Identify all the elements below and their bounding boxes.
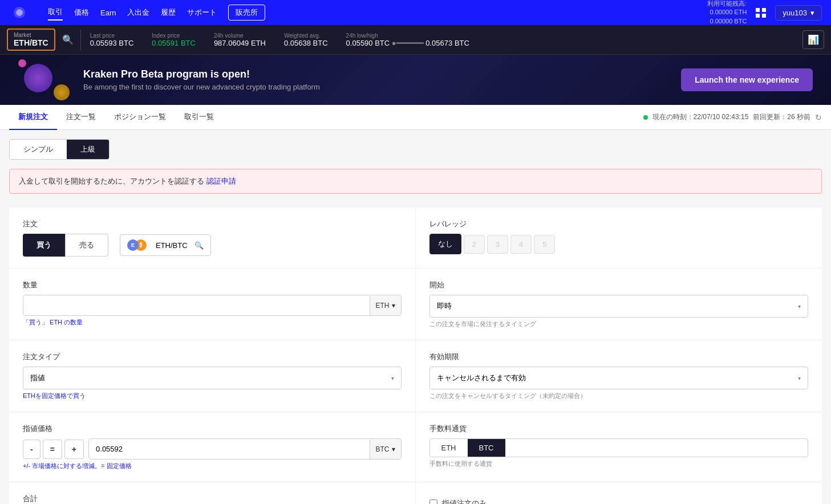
limit-price-input-wrapper: BTC ▾: [88, 438, 401, 460]
chart-button[interactable]: 📊: [802, 30, 824, 49]
start-select[interactable]: 即時 ▾: [429, 295, 809, 318]
nav-price[interactable]: 価格: [74, 5, 89, 20]
weighted-stat: Weighted avg. 0.05638 BTC: [284, 32, 328, 47]
current-time: 現在の時刻：22/07/10 02:43:15: [652, 112, 749, 122]
btc-balance: 0.00000 BTC: [707, 17, 747, 26]
tab-new-order[interactable]: 新規注文: [9, 105, 57, 130]
quantity-input[interactable]: [23, 295, 370, 315]
total-label: 合計: [23, 494, 402, 504]
user-button[interactable]: yuu103 ▾: [775, 5, 822, 21]
tabs-row: 新規注文 注文一覧 ポジション一覧 取引一覧 現在の時刻：22/07/10 02…: [0, 105, 831, 130]
pair-icons: E ₿: [127, 239, 147, 251]
limit-price-hint: +/- 市場価格に対する増減。= 固定価格: [23, 462, 402, 470]
start-hint: この注文を市場に発注するタイミング: [429, 320, 809, 328]
promo-mascot: [18, 59, 70, 100]
nav-deposit[interactable]: 入出金: [127, 5, 149, 20]
chevron-down-icon: ▾: [392, 302, 395, 310]
nav-links: 取引 価格 Earn 入出金 履歴 サポート 販売所: [48, 5, 694, 21]
chevron-down-icon: ▾: [798, 375, 801, 381]
price-plus-button[interactable]: +: [64, 440, 84, 459]
price-minus-button[interactable]: -: [23, 440, 40, 459]
chevron-down-icon: ▾: [392, 445, 395, 453]
username: yuu103: [783, 9, 807, 17]
last-update: 前回更新：26 秒前: [753, 112, 810, 122]
order-row-1: 注文 買う 売る E ₿ ETH/BTC 🔍: [9, 208, 822, 269]
weighted-value: 0.05638 BTC: [284, 39, 328, 47]
low-high-stat: 24h low/high 0.05590 BTC ●━━━━━━ 0.05673…: [346, 32, 469, 47]
grid-icon[interactable]: [756, 8, 766, 18]
mode-toggle: シンプル 上級: [9, 139, 110, 160]
nav-earn[interactable]: Earn: [100, 6, 116, 19]
limit-price-unit-button[interactable]: BTC ▾: [370, 440, 401, 459]
pair-search-icon[interactable]: 🔍: [194, 241, 204, 250]
leverage-4-button[interactable]: 4: [510, 235, 532, 254]
leverage-2-button[interactable]: 2: [464, 235, 485, 254]
expiry-right: 有効期限 キャンセルされるまで有効 ▾ この注文をキャンセルするタイミング（未約…: [416, 340, 822, 412]
leverage-5-button[interactable]: 5: [534, 235, 555, 254]
tab-order-list[interactable]: 注文一覧: [57, 105, 105, 130]
balance-label: 利用可能残高:: [707, 0, 747, 8]
quantity-hint: 「買う」 ETH の数量: [23, 318, 402, 327]
order-row-2: 数量 ETH ▾ 「買う」 ETH の数量 開始 即時 ▾ この注文を市場に発注…: [9, 269, 822, 340]
buy-sell-toggle: 買う 売る: [23, 234, 108, 257]
alert-link[interactable]: 認証申請: [206, 177, 236, 185]
advanced-mode-button[interactable]: 上級: [67, 140, 109, 159]
volume-value: 987.06049 ETH: [214, 39, 266, 47]
hanbaijo-button[interactable]: 販売所: [228, 5, 265, 21]
leverage-none-button[interactable]: なし: [429, 234, 461, 254]
expiry-select[interactable]: キャンセルされるまで有効 ▾: [429, 367, 809, 389]
checkboxes-right: 指値注文のみ レ、送ト確認ま: [416, 482, 822, 504]
alert-box: 入金して取引を開始するために、アカウントを認証する 認証申請: [9, 169, 822, 194]
tabs-right-info: 現在の時刻：22/07/10 02:43:15 前回更新：26 秒前 ↻: [643, 112, 822, 122]
fee-eth-button[interactable]: ETH: [430, 439, 468, 457]
nav-history[interactable]: 履歴: [161, 5, 176, 20]
limit-price-input[interactable]: [89, 439, 369, 459]
index-price-label: Index price: [152, 32, 196, 39]
market-stats: Last price 0.05593 BTC Index price 0.055…: [90, 32, 802, 47]
leverage-3-button[interactable]: 3: [487, 235, 508, 254]
market-text: Market: [14, 32, 48, 38]
chevron-down-icon: ▾: [798, 303, 801, 310]
logo: [9, 2, 30, 23]
nav-support[interactable]: サポート: [187, 5, 217, 20]
order-controls: 買う 売る E ₿ ETH/BTC 🔍: [23, 234, 402, 257]
order-row-4: 指値価格 - = + BTC ▾ +/- 市場価格に対: [9, 412, 822, 482]
sell-button[interactable]: 売る: [65, 234, 108, 257]
order-type-value: 指値: [30, 373, 45, 383]
pair-label: ETH/BTC: [156, 241, 188, 250]
quantity-label: 数量: [23, 280, 402, 290]
low-high-label: 24h low/high: [346, 32, 469, 39]
top-nav-right: 利用可能残高: 0.00000 ETH 0.00000 BTC yuu103 ▾: [707, 0, 822, 26]
leverage-controls: なし 2 3 4 5: [429, 234, 809, 254]
expiry-hint: この注文をキャンセルするタイミング（未約定の場合）: [429, 392, 809, 400]
market-pair-label[interactable]: Market ETH/BTC: [7, 29, 55, 51]
refresh-button[interactable]: ↻: [815, 113, 822, 122]
limit-only-checkbox[interactable]: [429, 499, 437, 504]
eth-balance: 0.00000 ETH: [707, 8, 747, 17]
order-type-select[interactable]: 指値 ▾: [23, 367, 402, 389]
quantity-input-wrapper: ETH ▾: [23, 295, 402, 316]
last-price-value: 0.05593 BTC: [90, 39, 134, 47]
expiry-label: 有効期限: [429, 352, 809, 362]
quantity-unit-button[interactable]: ETH ▾: [370, 296, 401, 315]
promo-banner: Kraken Pro Beta program is open! Be amon…: [0, 55, 831, 105]
start-label: 開始: [429, 280, 809, 290]
price-controls: - = +: [23, 440, 84, 459]
tab-positions[interactable]: ポジション一覧: [105, 105, 175, 130]
expiry-value: キャンセルされるまで有効: [437, 373, 526, 383]
search-button[interactable]: 🔍: [62, 34, 74, 45]
fee-btc-button[interactable]: BTC: [468, 439, 505, 457]
tab-trades[interactable]: 取引一覧: [175, 105, 223, 130]
chevron-down-icon: ▾: [810, 9, 814, 17]
pair-selector[interactable]: E ₿ ETH/BTC 🔍: [120, 234, 211, 256]
buy-button[interactable]: 買う: [23, 234, 65, 257]
pair-text: ETH/BTC: [14, 38, 48, 47]
fee-toggle: ETH BTC: [429, 438, 809, 457]
promo-title: Kraken Pro Beta program is open!: [83, 68, 681, 80]
simple-mode-button[interactable]: シンプル: [10, 140, 67, 159]
launch-button[interactable]: Launch the new experience: [681, 68, 813, 91]
limit-price-left: 指値価格 - = + BTC ▾ +/- 市場価格に対: [9, 412, 416, 482]
price-equals-button[interactable]: =: [43, 440, 62, 459]
order-form: 注文 買う 売る E ₿ ETH/BTC 🔍: [9, 208, 822, 504]
nav-trading[interactable]: 取引: [48, 5, 63, 21]
